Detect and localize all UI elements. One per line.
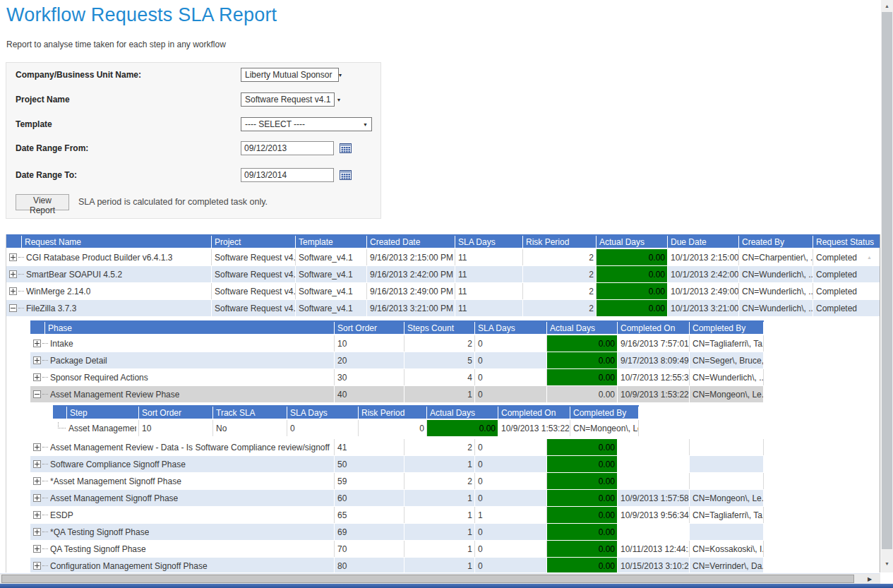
header-sla: SLA Days	[287, 407, 358, 419]
cell-sla: 0	[475, 456, 546, 472]
cell-created_by: CN=Wunderlich\, ...	[739, 283, 813, 299]
scroll-up-icon[interactable]: ▲	[881, 0, 893, 12]
date-from-label: Date Range From:	[16, 143, 88, 153]
phase-table-section: PhaseSort OrderSteps CountSLA DaysActual…	[30, 320, 880, 403]
cell-sort: 20	[335, 352, 404, 368]
calendar-icon[interactable]	[340, 169, 352, 180]
cell-created: 9/16/2013 2:49:00 PM	[367, 283, 455, 299]
phase-row: *Asset Management Signoff Phase59200.00	[30, 473, 880, 489]
company-label: Company/Business Unit Name:	[16, 70, 141, 80]
cell-sort: 60	[335, 490, 404, 506]
sla-note: SLA period is calculated for completed t…	[78, 197, 268, 207]
horizontal-scrollbar-thumb[interactable]	[1, 575, 854, 583]
chevron-down-icon: ▼	[336, 97, 341, 102]
phase-table-section: Asset Management Review - Data - Is Soft…	[30, 439, 880, 572]
cell-sla: 0	[475, 541, 546, 557]
cell-phase: *QA Testing Signoff Phase	[30, 524, 334, 540]
page-subtitle: Report to analyse time taken for each st…	[6, 40, 226, 49]
header-project: Project	[212, 236, 295, 248]
cell-due: 10/1/2013 2:42:00 ...	[668, 266, 738, 282]
date-from-input[interactable]	[241, 141, 334, 155]
cell-sla: 0	[475, 352, 546, 368]
cell-risk: 2	[523, 300, 596, 316]
cell-steps: 2	[404, 473, 474, 489]
header-stub-cell	[30, 322, 44, 334]
phase-row: Configuration Management Signoff Phase80…	[30, 558, 880, 572]
inner-scroll-up-icon[interactable]: ▲	[867, 255, 872, 260]
header-status: Request Status	[813, 236, 880, 248]
expand-icon[interactable]	[33, 545, 41, 553]
header-created_by: Created By	[739, 236, 813, 248]
step-row: Asset Managemen...10No000.0010/9/2013 1:…	[53, 420, 880, 436]
header-name: Request Name	[22, 236, 211, 248]
cell-completed_by: CN=Seger\, Bruce,...	[690, 352, 763, 368]
header-stub-cell	[53, 407, 66, 419]
cell-steps: 2	[404, 439, 474, 455]
cell-created: 9/16/2013 2:15:00 PM	[367, 249, 455, 265]
header-risk: Risk Period	[359, 407, 426, 419]
header-completed_on: Completed On	[498, 407, 570, 419]
date-to-input[interactable]	[241, 168, 334, 182]
template-select-value: ---- SELECT ----	[245, 119, 305, 129]
cell-text: *Asset Management Signoff Phase	[50, 476, 181, 486]
expand-icon[interactable]	[33, 340, 41, 347]
vertical-scrollbar-thumb[interactable]	[882, 12, 892, 549]
view-report-button[interactable]: View Report	[16, 194, 69, 210]
cell-sla: 0	[475, 439, 546, 455]
cell-sort: 40	[335, 386, 404, 402]
expand-icon[interactable]	[33, 356, 41, 364]
cell-risk: 2	[523, 266, 596, 282]
collapse-icon[interactable]	[33, 390, 41, 398]
phase-row: Asset Management Review - Data - Is Soft…	[30, 439, 880, 455]
tree-dots	[42, 565, 48, 566]
cell-text: Asset Managemen...	[68, 424, 136, 433]
expand-icon[interactable]	[33, 494, 41, 502]
page-title: Workflow Requests SLA Report	[6, 4, 277, 26]
expand-icon[interactable]	[33, 477, 41, 485]
template-label: Template	[16, 119, 52, 129]
expand-icon[interactable]	[9, 287, 17, 295]
request-header-row: Request NameProjectTemplateCreated DateS…	[6, 236, 880, 248]
cell-due: 10/1/2013 2:15:00 ...	[668, 249, 738, 265]
cell-sla: 0	[475, 473, 546, 489]
cell-sla: 11	[455, 283, 522, 299]
tree-dots	[18, 257, 24, 258]
header-risk: Risk Period	[523, 236, 596, 248]
expand-icon[interactable]	[33, 373, 41, 381]
expand-icon[interactable]	[9, 270, 17, 278]
cell-actual: 0.00	[597, 249, 667, 265]
template-select[interactable]: ---- SELECT ---- ▼	[241, 117, 372, 131]
cell-completed_on: 10/15/2013 3:10:2...	[618, 558, 689, 572]
tree-dots	[42, 498, 48, 498]
cell-text: FileZilla 3.7.3	[26, 304, 76, 313]
cell-sla: 11	[455, 249, 522, 265]
step-table-section: StepSort OrderTrack SLASLA DaysRisk Peri…	[53, 405, 880, 437]
calendar-icon[interactable]	[340, 143, 352, 153]
header-sla: SLA Days	[475, 322, 546, 334]
expand-icon[interactable]	[33, 443, 41, 451]
cell-sla: 0	[475, 386, 546, 402]
scroll-down-icon[interactable]: ▼	[881, 558, 893, 570]
cell-sort: 65	[335, 507, 404, 523]
scroll-right-icon[interactable]: ▶	[864, 574, 875, 584]
expand-icon[interactable]	[33, 528, 41, 536]
cell-step: Asset Managemen...	[53, 420, 138, 436]
expand-icon[interactable]	[9, 253, 17, 261]
request-table-section: Request NameProjectTemplateCreated DateS…	[6, 234, 880, 317]
cell-completed_on: 9/17/2013 8:09:49 ...	[618, 352, 689, 368]
cell-text: Software Compliance Signoff Phase	[50, 460, 186, 469]
cell-completed_by	[690, 473, 763, 489]
expand-icon[interactable]	[33, 460, 41, 468]
cell-risk: 0	[359, 420, 426, 436]
expand-icon[interactable]	[33, 511, 41, 519]
cell-created: 9/16/2013 2:42:00 PM	[367, 266, 455, 282]
cell-text: Asset Management Review Phase	[50, 390, 179, 400]
cell-text: *QA Testing Signoff Phase	[50, 527, 149, 537]
project-select[interactable]: Software Request v4.1 ▼	[241, 92, 335, 107]
header-phase: Phase	[45, 322, 334, 334]
cell-sort: 80	[335, 558, 404, 572]
collapse-icon[interactable]	[9, 304, 17, 312]
expand-icon[interactable]	[33, 562, 41, 570]
company-select[interactable]: Liberty Mutual Sponsor ▼	[241, 68, 339, 82]
phase-header-row: PhaseSort OrderSteps CountSLA DaysActual…	[30, 322, 880, 334]
